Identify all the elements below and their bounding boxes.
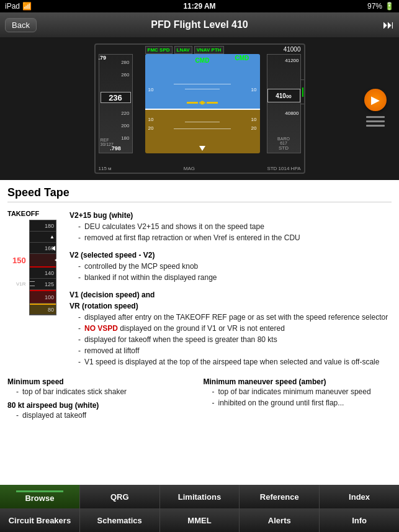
tab-qrg[interactable]: QRG [80,485,160,508]
pitch-label-20-right: 20 [251,125,257,131]
tape-row-160: 160 [30,243,56,254]
pitch-line-10-up [185,89,220,89]
desc-v2-bullet-2: blanked if not within the displayed rang… [78,272,392,283]
min-speed-title: Minimum speed [7,377,196,386]
aircraft-symbol [187,98,218,110]
desc-v2-15-title: V2+15 bug (white) [69,210,392,221]
diagram-wrapper: 180 ▲ 160 150 [7,220,63,315]
no-vspd-text: NO VSPD [84,324,118,333]
vr-tick [30,286,35,286]
wifi-icon: 📶 [22,2,32,11]
tab-mmel-label: MMEL [187,516,211,525]
tab-info-label: Info [352,516,367,525]
tape-row-180: 180 [30,220,56,232]
altitude-top: 41000 [284,46,301,53]
tab-limitations-label: Limitations [178,492,221,502]
min-speed-bullet-1: top of bar indicates stick shaker [16,386,196,397]
nav-right-icon[interactable]: ⏭ [383,19,394,32]
pitch-label-10-down-right: 10 [251,117,257,122]
speed-125: 125 [45,281,54,287]
min-maneuver-title: Minimum maneuver speed (amber) [204,377,392,386]
hdg-ref: MAG [184,166,195,171]
desc-v2-bullet-1: controlled by the MCP speed knob [78,261,392,272]
cmd-mode: CMD [195,57,210,64]
tab-browse-indicator [16,490,64,492]
main-content: Speed Tape TAKEOFF 180 ▲ [0,180,399,485]
content-body: TAKEOFF 180 ▲ 160 [7,210,392,374]
tape-row-maneuver: 80 [30,304,56,315]
cmd-annunciator: CMD [235,55,249,61]
v2-marker [52,246,55,251]
nav-title: PFD Flight Level 410 [151,19,248,30]
tab-reference-label: Reference [260,492,299,502]
tape-row-v2-15: ▲ [30,232,56,243]
speed-tick-180: 180 [121,135,129,141]
pitch-line-15-up [174,84,231,84]
desc-v1-bullet-3: displayed for takeoff when the speed is … [78,334,392,345]
desc-v1-vr: V1 (decision speed) and VR (rotation spe… [69,289,392,367]
nav-bar: Back PFD Flight Level 410 ⏭ [0,12,399,37]
alt-tick-40800: 40800 [285,110,298,116]
speed-140: 140 [45,270,54,276]
menu-icon[interactable] [366,116,385,128]
battery-icon: 🔋 [385,2,394,11]
kt80-title: 80 kt airspeed bug (white) [7,401,196,410]
tab-browse[interactable]: Browse [0,485,80,508]
tab-mmel[interactable]: MMEL [160,508,240,532]
pitch-label-10-down-left: 10 [148,117,154,122]
tab-alerts[interactable]: Alerts [240,508,320,532]
pfd-panel: FMC SPD LNAV VNAV PTH 41000 280 260 236 … [94,43,305,174]
pitch-line-15-down [174,128,231,129]
pitch-label-10-left: 10 [148,87,154,92]
desc-v2-15-bullets: DEU calculates V2+15 and shows it on the… [69,221,392,243]
min-maneuver-bullet-1: top of bar indicates minimum maneuver sp… [212,386,392,397]
speed-tape-diagram: 180 ▲ 160 150 [29,220,56,315]
desc-v2-bullets: controlled by the MCP speed knob blanked… [69,261,392,283]
tab-index[interactable]: Index [320,485,399,508]
v2-15-marker: ▲ [50,234,55,240]
tab-browse-inner: Browse [0,490,79,503]
pfd-bottom: 115 м MAG STD 1014 HPA [96,165,304,173]
alt-tape-bg: 41200 41000 40800 BARO617 STD [267,55,300,153]
vs-indicator [300,79,305,104]
menu-line-3 [366,125,385,127]
speed-tick-280: 280 [121,60,129,65]
speed-diagram: TAKEOFF 180 ▲ 160 [7,210,63,374]
descriptions: V2+15 bug (white) DEU calculates V2+15 a… [69,210,392,374]
desc-v1-bullet-1: displayed after entry on the TAKEOFF REF… [78,312,392,323]
speed-tick-260: 260 [121,72,129,78]
tab-schematics[interactable]: Schematics [80,508,160,532]
speed-80: 80 [48,307,54,313]
next-arrow[interactable]: ▶ [364,89,387,111]
v1r-label: V1R [16,281,26,287]
tape-row-v1r: V1R 125 [30,279,56,290]
pfd-right-controls: ▶ [364,89,387,128]
min-maneuver-bullet-2: inhibited on the ground until first flap… [212,397,392,408]
desc-v1-bullet-5: V1 speed is displayed at the top of the … [78,356,392,367]
tab-cb-label: Circuit Breakers [9,516,71,525]
alt-current-display: 41000 [267,89,300,102]
status-bar: iPad 📶 11:29 AM 97% 🔋 [0,0,399,12]
desc-vr-title: VR (rotation speed) [69,300,392,312]
back-button[interactable]: Back [5,18,37,32]
vs-bar [302,88,303,97]
std-label: STD [279,145,289,151]
tab-alerts-label: Alerts [268,516,291,525]
tab-circuit-breakers[interactable]: Circuit Breakers [0,508,80,532]
diagram-labels-left [7,220,29,315]
tab-reference[interactable]: Reference [240,485,320,508]
tab-limitations[interactable]: Limitations [160,485,240,508]
tab-bar-2: Circuit Breakers Schematics MMEL Alerts … [0,508,399,532]
speed-tape-bg: 280 260 236 220 200 180 REF30/127 .798 [99,55,132,153]
alt-tick-41200: 41200 [285,58,298,63]
alt-tape: 41200 41000 40800 BARO617 STD [267,54,301,153]
tab-info[interactable]: Info [320,508,399,532]
tab-qrg-label: QRG [110,492,129,502]
mode-vnav-pth: VNAV PTH [194,46,224,54]
pitch-label-20-left: 20 [148,125,154,131]
min-speed-bullets: top of bar indicates stick shaker [7,386,196,397]
pitch-line-10-down [185,122,220,122]
speed-current-display: 236 [101,92,131,103]
mode-annunciators: FMC SPD LNAV VNAV PTH [145,46,224,54]
baro-bottom: STD 1014 HPA [267,166,300,171]
